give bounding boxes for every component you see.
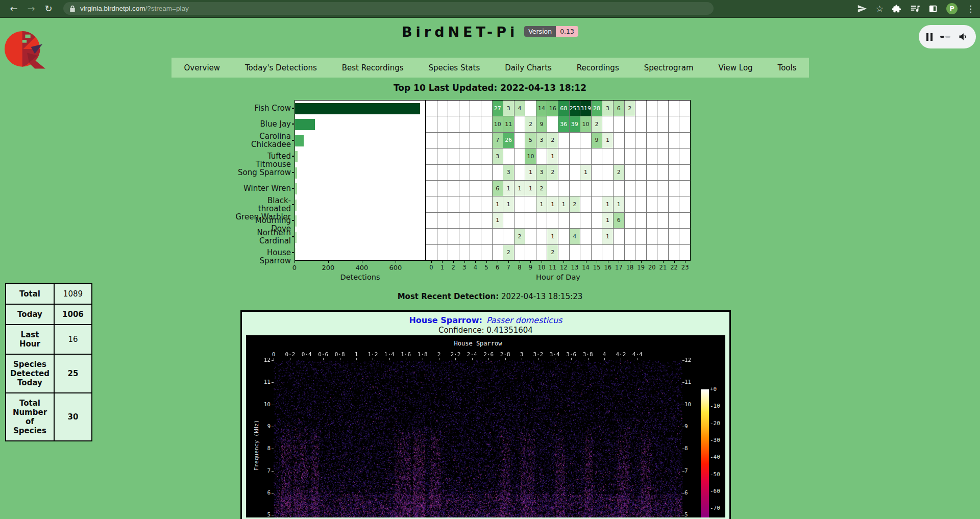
nav-tools[interactable]: Tools: [778, 63, 797, 72]
browser-toolbar: ← → ↻ virginia.birdnetpi.com/?stream=pla…: [0, 0, 980, 18]
side-panel-icon[interactable]: [928, 4, 938, 13]
heatmap-cell: 10: [493, 116, 503, 132]
forward-icon[interactable]: →: [22, 0, 40, 17]
heatmap-cell: [580, 149, 591, 164]
playlist-icon[interactable]: [910, 4, 920, 13]
freq-axis-tick-label: 12: [256, 357, 271, 363]
spectrogram-title: House Sparrow: [274, 340, 682, 347]
time-axis-tick-label: 2·6: [480, 351, 497, 358]
extensions-puzzle-icon[interactable]: [892, 4, 901, 13]
heatmap-cell: [657, 133, 668, 148]
heatmap-cell: [580, 229, 591, 244]
heatmap-cell: 4: [514, 101, 525, 116]
audio-player[interactable]: [919, 25, 976, 48]
seek-indicator[interactable]: [940, 36, 950, 38]
time-axis-tick: [455, 358, 456, 360]
hour-axis-tick-label: 7: [503, 264, 513, 271]
table-row: Today1006: [6, 304, 92, 325]
time-axis-tick: [373, 358, 373, 360]
heatmap-cell: 5: [525, 133, 536, 148]
heatmap-cell: [669, 181, 679, 196]
heatmap-cell: 1: [547, 229, 558, 244]
hour-axis-tick-label: 3: [459, 264, 470, 271]
bookmark-star-icon[interactable]: ☆: [876, 4, 884, 14]
freq-axis-tick-label-right: 9: [684, 423, 699, 430]
heatmap-cell: 3: [493, 149, 503, 164]
detection-scientific-name[interactable]: Passer domesticus: [486, 315, 562, 325]
nav-best-recordings[interactable]: Best Recordings: [342, 63, 404, 72]
heatmap-cell: 319: [580, 101, 591, 116]
nav-recordings[interactable]: Recordings: [577, 63, 619, 72]
padlock-icon[interactable]: [69, 5, 76, 12]
volume-icon[interactable]: [958, 32, 968, 42]
species-tick: [292, 220, 294, 221]
species-tick: [292, 156, 294, 157]
heatmap-cell: [679, 245, 690, 260]
db-scale-label: -60: [710, 488, 720, 495]
time-axis-tick-label: 1·2: [364, 351, 381, 358]
send-icon[interactable]: [857, 5, 867, 13]
back-icon[interactable]: ←: [5, 0, 22, 17]
hour-axis-tick: [453, 261, 454, 263]
species-label: CarolinaChickadee: [235, 132, 291, 149]
time-axis-tick: [340, 358, 340, 360]
address-bar[interactable]: virginia.birdnetpi.com/?stream=play: [63, 2, 714, 15]
heatmap-cell: [470, 149, 481, 164]
hour-axis-tick-label: 11: [548, 264, 558, 271]
heatmap-cell: [614, 149, 624, 164]
heatmap-cell: [470, 181, 481, 196]
heatmap-cell: [426, 116, 437, 132]
heatmap-cell: [635, 213, 646, 228]
heatmap-cell: [580, 181, 591, 196]
hour-axis-tick-label: 5: [481, 264, 492, 271]
nav-overview[interactable]: Overview: [184, 63, 220, 72]
heatmap-cell: [657, 245, 668, 260]
version-badge-label: Version: [524, 26, 556, 37]
time-axis-tick-label: 0·2: [282, 351, 298, 358]
hour-axis-tick: [630, 261, 630, 263]
hour-axis-tick: [597, 261, 597, 263]
pause-icon[interactable]: [926, 33, 933, 41]
table-row: Species Detected Today25: [6, 354, 92, 393]
heatmap-cell: [437, 196, 448, 212]
heatmap-cell: [536, 245, 547, 260]
hour-axis-tick: [542, 261, 542, 263]
heatmap-cell: [580, 133, 591, 148]
nav-todays-detections[interactable]: Today's Detections: [245, 63, 317, 72]
nav-view-log[interactable]: View Log: [718, 63, 752, 72]
heatmap-cell: 28: [592, 101, 602, 116]
nav-spectrogram[interactable]: Spectrogram: [644, 63, 694, 72]
nav-species-stats[interactable]: Species Stats: [428, 63, 480, 72]
heatmap-cell: [481, 196, 492, 212]
species-tick: [292, 108, 294, 109]
heatmap-cell: [448, 165, 459, 180]
heatmap-cell: 1: [602, 229, 613, 244]
heatmap-cell: 2: [536, 181, 547, 196]
main-navigation: Overview Today's Detections Best Recordi…: [172, 58, 809, 78]
browser-menu-icon[interactable]: ⋮: [966, 4, 975, 14]
heatmap-cell: [448, 213, 459, 228]
time-axis-tick-label: 0·4: [299, 351, 315, 358]
screen: ← → ↻ virginia.birdnetpi.com/?stream=pla…: [0, 0, 980, 519]
time-axis-tick-label: 1: [348, 351, 364, 358]
freq-axis-tick-right: [682, 427, 684, 427]
heatmap-cell: 2: [625, 101, 635, 116]
heatmap-cell: [481, 213, 492, 228]
hour-axis-tick: [475, 261, 476, 263]
species-label-line: Fish Crow: [235, 104, 291, 112]
detection-common-name[interactable]: House Sparrow:: [409, 315, 482, 325]
heatmap-cell: [580, 245, 591, 260]
heatmap-cell: [426, 165, 437, 180]
species-label-line: Chickadee: [235, 140, 291, 149]
heatmap-cell: [592, 229, 602, 244]
profile-avatar[interactable]: P: [946, 3, 958, 14]
reload-icon[interactable]: ↻: [40, 0, 57, 17]
stat-value-link[interactable]: 25: [54, 354, 92, 393]
stat-value-link[interactable]: 1006: [54, 304, 92, 325]
nav-daily-charts[interactable]: Daily Charts: [505, 63, 552, 72]
stat-value-link[interactable]: 30: [54, 393, 92, 441]
heatmap-cell: 39: [570, 116, 580, 132]
heatmap-cell: [647, 101, 657, 116]
species-label-line: Black-throated: [235, 196, 291, 213]
freq-axis-tick-right: [682, 449, 684, 449]
